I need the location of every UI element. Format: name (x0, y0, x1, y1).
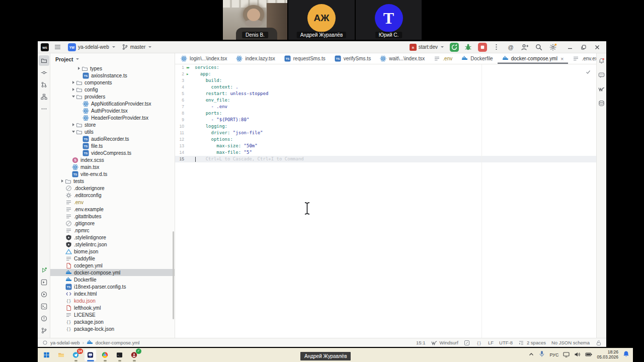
code-with-me-icon[interactable]: @ (505, 42, 516, 52)
tree-item[interactable]: TSi18next-parser.config.ts (50, 283, 175, 290)
code-style[interactable]: {} (476, 339, 482, 346)
volume-icon[interactable] (574, 350, 581, 359)
chrome[interactable] (99, 349, 111, 361)
battery-icon[interactable] (585, 350, 592, 359)
tree-item[interactable]: main.tsx (50, 163, 175, 170)
breadcrumb-project[interactable]: ya-sdelal-web (50, 340, 80, 345)
tree-item[interactable]: TSaudioRecorder.ts (50, 135, 175, 142)
chevron-down-icon[interactable] (71, 130, 75, 133)
windsurf-status[interactable]: Windsurf (431, 339, 458, 346)
code-line[interactable]: 3 build: (175, 77, 596, 84)
tree-item[interactable]: config (50, 86, 175, 93)
code-line[interactable]: 9 - "${PORT}:80" (175, 117, 596, 123)
code-line[interactable]: 11 driver: "json-file" (175, 130, 596, 136)
rerun-button[interactable] (449, 42, 459, 52)
tree-item[interactable]: .stylelintrc.json (50, 241, 175, 248)
start-button[interactable] (40, 349, 53, 361)
code-line[interactable]: 7 - .env (175, 104, 596, 110)
participant-tile[interactable]: Denis B. (223, 0, 287, 40)
telegram[interactable]: 14 (69, 349, 82, 361)
inspection-ok-icon[interactable] (585, 68, 591, 77)
tree-item[interactable]: Caddyfile (50, 255, 175, 262)
tree-item[interactable]: HeaderFooterProvider.tsx (50, 114, 175, 121)
terminal-tool[interactable] (39, 301, 49, 312)
structure-tool[interactable] (39, 92, 49, 102)
project-tool[interactable] (39, 55, 49, 66)
settings-gear-icon[interactable] (547, 42, 558, 52)
code-line[interactable]: 8 ports: (175, 110, 596, 117)
network-icon[interactable] (563, 350, 570, 359)
microphone-icon[interactable] (539, 350, 545, 359)
file-encoding[interactable]: UTF-8 (499, 340, 513, 345)
code-line[interactable]: 15 Ctrl+L to Cascade, Ctrl+I to Command (175, 156, 596, 162)
restore-button[interactable] (577, 42, 590, 52)
tree-item[interactable]: LICENSE (50, 311, 175, 318)
editor-tab[interactable]: TSverifySms.ts (330, 53, 375, 64)
caret-position[interactable]: 15:1 (416, 340, 426, 345)
code-line[interactable]: 14 max-file: "5" (175, 149, 596, 156)
tree-item[interactable]: .dockerignore (50, 185, 175, 192)
tree-item[interactable]: {}kodu.json (50, 297, 175, 304)
run-console-tool[interactable] (39, 277, 49, 288)
edit-mode[interactable] (464, 339, 470, 346)
commit-tool[interactable] (39, 67, 49, 78)
tree-item[interactable]: .gitattributes (50, 213, 175, 220)
tree-item[interactable]: .env.example (50, 206, 175, 213)
tree-item[interactable]: {}package.json (50, 318, 175, 325)
ai-assistant[interactable] (596, 70, 607, 80)
problems-tool[interactable] (39, 313, 49, 324)
tree-item[interactable]: tests (50, 177, 175, 185)
run-gutter-icon[interactable]: ▸▸ (184, 64, 195, 71)
tree-item[interactable]: AppNotificationProvider.tsx (50, 100, 175, 107)
tree-item[interactable]: .gitignore (50, 220, 175, 227)
chevron-right-icon[interactable] (76, 67, 81, 70)
close-button[interactable] (591, 42, 603, 52)
code-line[interactable]: 4 context: . (175, 84, 596, 90)
security-app[interactable]: ✓ (128, 349, 140, 361)
chevron-right-icon[interactable] (60, 179, 64, 183)
code-line[interactable]: 1▸▸services: (175, 64, 596, 71)
debug-button[interactable] (463, 42, 473, 52)
chevron-right-icon[interactable] (71, 81, 75, 84)
search-everywhere-icon[interactable] (533, 42, 544, 52)
more-tools[interactable] (39, 104, 49, 114)
pull-requests-tool[interactable] (39, 79, 49, 90)
version-control-tool[interactable] (39, 325, 49, 336)
services-tool[interactable] (39, 289, 49, 300)
editor-tab[interactable]: login\...\index.tsx (176, 53, 231, 64)
tree-item[interactable]: lefthook.yml (50, 304, 175, 311)
close-tab-icon[interactable]: × (560, 56, 564, 62)
editor-tab[interactable]: wait\...\index.tsx (375, 53, 429, 64)
breadcrumb-file[interactable]: docker-compose.yml (96, 340, 140, 345)
editor-tab[interactable]: docker-compose.yml× (498, 53, 569, 64)
participant-tile[interactable]: АЖАндрей Журавлёв (288, 0, 355, 40)
editor-tab[interactable]: TSrequestSms.ts (280, 53, 330, 64)
tree-item[interactable]: .editorconfig (50, 192, 175, 199)
language-indicator[interactable]: РУС (549, 352, 558, 357)
tree-item[interactable]: docker-compose.yml (50, 269, 175, 276)
database-tool[interactable] (596, 98, 607, 109)
tree-item[interactable]: types (50, 65, 175, 72)
tree-item[interactable]: store (50, 121, 175, 128)
tree-item[interactable]: AuthProvider.tsx (50, 107, 175, 114)
meeting-app[interactable] (84, 349, 97, 361)
more-actions-icon[interactable] (491, 42, 502, 52)
main-menu-icon[interactable] (52, 42, 63, 52)
tree-item[interactable]: components (50, 79, 175, 86)
stop-button[interactable] (477, 42, 488, 52)
chevron-down-icon[interactable] (71, 95, 75, 98)
branch-selector[interactable]: master (120, 43, 153, 51)
code-line[interactable]: 6 env_file: (175, 97, 596, 104)
code-editor[interactable]: 1▸▸services:2▸ app:3 build:4 context: .5… (175, 64, 596, 338)
tree-item[interactable]: index.html (50, 290, 175, 297)
tree-item[interactable]: .npmrc (50, 227, 175, 234)
tree-item[interactable]: utils (50, 128, 175, 135)
notifications-bell-icon[interactable] (623, 350, 629, 359)
editor-tab[interactable]: .env (429, 53, 457, 64)
code-line[interactable]: 12 options: (175, 136, 596, 143)
chevron-right-icon[interactable] (71, 123, 75, 126)
tree-item[interactable]: {}package-lock.json (50, 325, 175, 332)
code-line[interactable]: 13 max-size: "50m" (175, 143, 596, 149)
json-schema[interactable]: No JSON schema (551, 340, 590, 345)
tree-item[interactable]: codegen.yml (50, 262, 175, 269)
